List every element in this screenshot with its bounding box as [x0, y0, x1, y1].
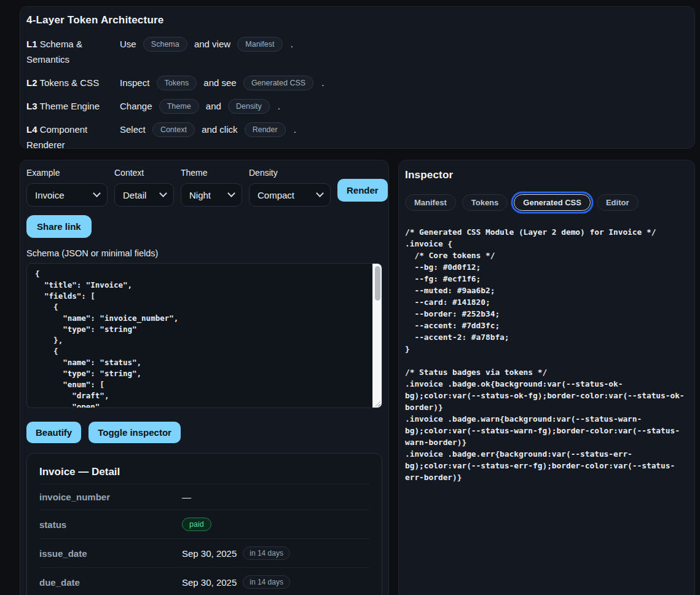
- context-chip: Context: [152, 122, 195, 137]
- layer-1-description: Use Schema and view Manifest .: [120, 36, 688, 67]
- schema-actions-row: Beautify Toggle inspector: [26, 422, 382, 443]
- controls-row: Example Invoice Context Detail Theme: [26, 168, 382, 207]
- context-label: Context: [114, 168, 174, 178]
- tokens-chip: Tokens: [157, 76, 197, 90]
- schema-chip: Schema: [143, 37, 187, 52]
- issue-date-text: Sep 30, 2025: [182, 548, 237, 559]
- issue-date-hint-badge: in 14 days: [243, 546, 290, 560]
- layer-4-description: Select Context and click Render .: [120, 122, 688, 152]
- schema-textarea[interactable]: { "title": "Invoice", "fields": [ { "nam…: [26, 263, 382, 408]
- table-row: issue_date Sep 30, 2025 in 14 days: [39, 538, 369, 567]
- architecture-title: 4-Layer Token Architecture: [26, 14, 688, 26]
- issue-date-value: Sep 30, 2025 in 14 days: [182, 546, 369, 560]
- schema-editor-wrap: { "title": "Invoice", "fields": [ { "nam…: [26, 263, 382, 408]
- due-date-value: Sep 30, 2025 in 14 days: [182, 575, 369, 589]
- layer-3-code: L3: [26, 101, 37, 111]
- example-select[interactable]: Invoice: [26, 183, 108, 207]
- theme-select[interactable]: Night: [181, 183, 242, 207]
- table-row: due_date Sep 30, 2025 in 14 days: [39, 567, 369, 595]
- layer-1-text-1: Use: [120, 39, 136, 49]
- app-root: 4-Layer Token Architecture L1 Schema & S…: [0, 0, 700, 595]
- schema-scrollbar-thumb[interactable]: [375, 266, 380, 301]
- example-label: Example: [26, 168, 108, 178]
- layer-2-code: L2: [26, 77, 37, 88]
- generated-css-chip: Generated CSS: [243, 76, 313, 90]
- layer-3-text-2: and: [206, 101, 221, 111]
- share-link-button[interactable]: Share link: [26, 215, 92, 238]
- density-group: Density Compact: [249, 168, 331, 207]
- invoice-preview-card: Invoice — Detail invoice_number — status…: [26, 453, 382, 595]
- tab-manifest[interactable]: Manifest: [405, 194, 456, 211]
- layer-4-text-1: Select: [120, 124, 146, 135]
- layer-1-period: .: [291, 39, 293, 49]
- layer-3-name: Theme Engine: [39, 101, 100, 111]
- status-badge: paid: [182, 518, 211, 531]
- manifest-chip: Manifest: [237, 37, 282, 52]
- table-row: status paid: [39, 510, 369, 538]
- layer-2-period: .: [321, 77, 324, 88]
- density-chip: Density: [228, 99, 270, 114]
- tab-tokens[interactable]: Tokens: [462, 194, 508, 211]
- layer-3-description: Change Theme and Density .: [120, 98, 688, 114]
- density-select[interactable]: Compact: [249, 183, 331, 207]
- density-select-wrap: Compact: [249, 183, 331, 207]
- context-select-wrap: Detail: [114, 183, 174, 207]
- theme-chip: Theme: [159, 99, 199, 114]
- density-label: Density: [249, 168, 331, 178]
- layer-1-label: L1 Schema & Semantics: [26, 36, 120, 67]
- architecture-table: L1 Schema & Semantics Use Schema and vie…: [26, 36, 688, 152]
- inspector-title: Inspector: [405, 169, 690, 181]
- generated-css-code: /* Generated CSS Module (Layer 2 demo) f…: [405, 226, 691, 483]
- tab-editor[interactable]: Editor: [597, 194, 639, 211]
- theme-group: Theme Night: [181, 168, 242, 207]
- due-date-hint-badge: in 14 days: [243, 575, 290, 589]
- layer-2-name: Tokens & CSS: [39, 77, 99, 88]
- render-chip: Render: [245, 122, 286, 137]
- schema-label: Schema (JSON or minimal fields): [26, 248, 382, 258]
- layer-1-code: L1: [26, 39, 37, 49]
- context-select[interactable]: Detail: [114, 183, 174, 207]
- resize-grip-icon[interactable]: [374, 400, 380, 406]
- architecture-panel: 4-Layer Token Architecture L1 Schema & S…: [20, 6, 695, 149]
- layer-3-period: .: [278, 101, 280, 111]
- context-group: Context Detail: [114, 168, 174, 207]
- preview-title: Invoice — Detail: [39, 466, 369, 478]
- layer-4-label: L4 Component Renderer: [26, 122, 120, 152]
- layer-4-period: .: [294, 124, 296, 135]
- status-label: status: [39, 519, 182, 530]
- due-date-label: due_date: [39, 577, 182, 588]
- invoice-number-value: —: [182, 492, 369, 502]
- due-date-text: Sep 30, 2025: [182, 577, 237, 588]
- layer-2-text-2: and see: [203, 77, 236, 88]
- status-value: paid: [182, 518, 369, 531]
- layer-4-text-2: and click: [202, 124, 237, 135]
- inspector-tabs: Manifest Tokens Generated CSS Editor: [405, 194, 690, 211]
- playground-panel: Example Invoice Context Detail Theme: [20, 160, 389, 595]
- inspector-panel: Inspector Manifest Tokens Generated CSS …: [398, 160, 695, 595]
- layer-3-label: L3 Theme Engine: [26, 98, 120, 114]
- layer-4-code: L4: [26, 124, 37, 135]
- example-select-wrap: Invoice: [26, 183, 108, 207]
- render-button[interactable]: Render: [337, 179, 388, 202]
- theme-label: Theme: [181, 168, 242, 178]
- table-row: invoice_number —: [39, 484, 369, 510]
- invoice-number-label: invoice_number: [39, 492, 182, 502]
- schema-scrollbar[interactable]: [372, 264, 382, 408]
- layer-2-text-1: Inspect: [120, 77, 149, 88]
- layer-2-description: Inspect Tokens and see Generated CSS .: [120, 75, 688, 90]
- example-group: Example Invoice: [26, 168, 108, 207]
- theme-select-wrap: Night: [181, 183, 242, 207]
- tab-generated-css[interactable]: Generated CSS: [514, 194, 591, 211]
- layer-2-label: L2 Tokens & CSS: [26, 75, 120, 90]
- layer-3-text-1: Change: [120, 101, 152, 111]
- issue-date-label: issue_date: [39, 548, 182, 559]
- layer-1-text-2: and view: [194, 39, 230, 49]
- beautify-button[interactable]: Beautify: [26, 422, 81, 443]
- toggle-inspector-button[interactable]: Toggle inspector: [88, 422, 181, 443]
